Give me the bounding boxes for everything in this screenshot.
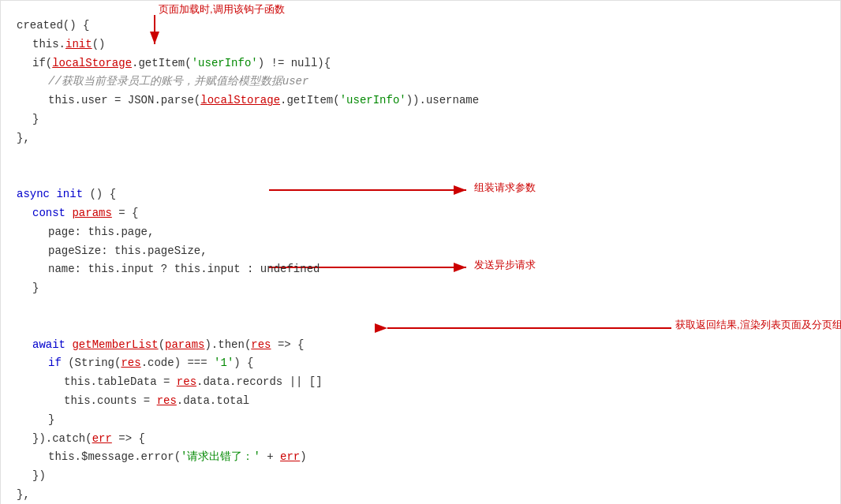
empty-2 (17, 166, 817, 185)
code-block: created() { this.init() if(localStorage.… (17, 17, 817, 504)
line-21: this.counts = res.data.total (17, 392, 817, 411)
empty-4 (17, 317, 817, 336)
line-14: name: this.input ? this.input : undefine… (17, 260, 817, 279)
line-13: pageSize: this.pageSize, (17, 242, 817, 261)
line-19: if (String(res.code) === '1') { (17, 354, 817, 373)
line-6: } (17, 110, 817, 129)
code-container: 页面加载时,调用该钩子函数 组装请求参数 发送异步请求 获取返回结果,渲染列表页… (0, 0, 841, 504)
line-23: }).catch(err => { (17, 430, 817, 449)
line-20: this.tableData = res.data.records || [] (17, 373, 817, 392)
line-4: //获取当前登录员工的账号，并赋值给模型数据user (17, 73, 817, 91)
line-5: this.user = JSON.parse(localStorage.getI… (17, 91, 817, 110)
line-7: }, (17, 129, 817, 148)
line-10: async init () { (17, 185, 817, 204)
line-26: }, (17, 486, 817, 504)
line-15: } (17, 279, 817, 298)
line-22: } (17, 411, 817, 430)
annotation-hook: 页面加载时,调用该钩子函数 (159, 2, 285, 17)
line-2: this.init() (17, 35, 817, 54)
empty-3 (17, 298, 817, 317)
line-1: created() { (17, 17, 817, 35)
line-3: if(localStorage.getItem('userInfo') != n… (17, 54, 817, 73)
empty-1 (17, 148, 817, 167)
line-24: this.$message.error('请求出错了：' + err) (17, 448, 817, 467)
line-25: }) (17, 467, 817, 486)
line-18: await getMemberList(params).then(res => … (17, 336, 817, 355)
line-12: page: this.page, (17, 223, 817, 242)
line-11: const params = { (17, 204, 817, 223)
